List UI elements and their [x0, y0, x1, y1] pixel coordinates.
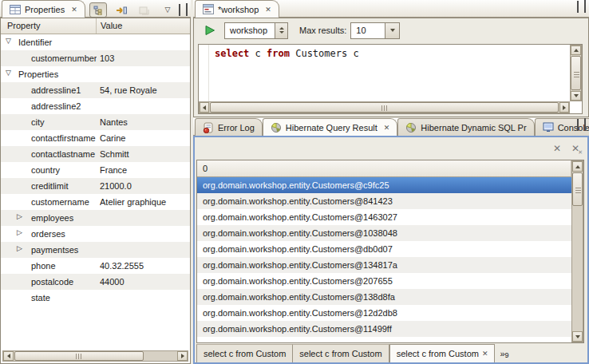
scrollbar-thumb[interactable] [571, 56, 581, 90]
result-row[interactable]: org.domain.workshop.entity.Customers@841… [197, 193, 571, 209]
query-result-tab[interactable]: select c from Custom✕ [389, 344, 496, 362]
property-row[interactable]: addressline2 [1, 98, 190, 114]
property-row[interactable]: contactlastnameSchmitt [1, 146, 190, 162]
properties-toolbar: ▽ [89, 2, 188, 18]
scroll-right-button[interactable] [177, 351, 188, 361]
sql-text-area[interactable]: select c from Customers c [198, 44, 583, 114]
maximize-button[interactable] [584, 2, 586, 12]
property-row[interactable]: creditlimit21000.0 [1, 178, 190, 194]
scroll-down-button[interactable] [572, 331, 583, 342]
tab-hibernate-query-result[interactable]: Hibernate Query Result✕ [263, 118, 398, 136]
scroll-up-button[interactable] [571, 46, 581, 55]
property-value: Atelier graphique [100, 197, 188, 207]
connection-combo[interactable]: workshop [224, 22, 288, 39]
maximize-button[interactable] [186, 6, 188, 15]
horizontal-scrollbar[interactable] [2, 350, 188, 362]
property-row[interactable]: customernumber103 [1, 50, 190, 66]
query-result-tab[interactable]: select c from Custom [293, 344, 389, 362]
collapse-toggle-icon[interactable]: ▽ [6, 69, 11, 77]
property-name: creditlimit [31, 181, 68, 191]
property-row[interactable]: customernameAtelier graphique [1, 194, 190, 210]
expand-toggle-icon[interactable]: ▷ [17, 244, 22, 253]
scrollbar-thumb[interactable] [14, 351, 144, 361]
result-row[interactable]: org.domain.workshop.entity.Customers@146… [197, 209, 571, 225]
result-row[interactable]: org.domain.workshop.entity.Customers@207… [197, 273, 571, 289]
result-column-header[interactable]: 0 [197, 160, 571, 177]
spinner-arrows-icon[interactable] [275, 23, 287, 38]
expand-toggle-icon[interactable]: ▷ [17, 212, 22, 221]
scroll-left-button[interactable] [200, 102, 209, 113]
property-row[interactable]: addressline154, rue Royale [1, 82, 190, 98]
connection-value: workshop [225, 23, 275, 38]
property-row[interactable]: ▷paymentses [1, 242, 190, 258]
property-row[interactable]: postalcode44000 [1, 274, 190, 290]
close-view-icon[interactable]: ✕ [384, 124, 390, 132]
property-value: 54, rue Royale [100, 85, 188, 95]
collapse-toggle-icon[interactable]: ▽ [6, 37, 11, 46]
property-name-cell: contactfirstname [1, 130, 97, 146]
view-menu-icon[interactable]: ▽ [162, 2, 173, 18]
show-advanced-properties-button[interactable] [113, 2, 130, 18]
column-header-value[interactable]: Value [97, 18, 190, 34]
error-log-icon [203, 122, 214, 133]
tab-error-log[interactable]: Error Log [195, 118, 263, 136]
result-row[interactable]: org.domain.workshop.entity.Customers@138… [197, 289, 571, 305]
close-all-results-button[interactable]: ✕✕ [571, 144, 579, 153]
max-results-label: Max results: [299, 26, 346, 35]
property-row[interactable]: phone40.32.2555 [1, 258, 190, 274]
close-view-icon[interactable]: ✕ [71, 6, 77, 14]
tab-hibernate-dynamic-sql-pr[interactable]: Hibernate Dynamic SQL Pr [397, 118, 534, 136]
scroll-right-button[interactable] [559, 102, 569, 113]
property-name-cell: addressline2 [1, 98, 97, 114]
scrollbar-thumb[interactable] [210, 102, 559, 113]
property-name: orderses [31, 229, 65, 239]
result-row[interactable]: org.domain.workshop.entity.Customers@db0… [197, 241, 571, 257]
minimize-button[interactable] [179, 6, 180, 15]
property-name-cell: city [1, 114, 97, 130]
tab-label: Properties [25, 5, 65, 14]
property-name: country [31, 165, 60, 175]
tab-workshop-editor[interactable]: *workshop ✕ [195, 0, 279, 18]
vertical-scrollbar[interactable] [571, 160, 583, 342]
horizontal-scrollbar[interactable] [199, 101, 570, 113]
close-result-button[interactable]: ✕ [553, 144, 561, 153]
minimize-button[interactable] [577, 2, 579, 12]
property-row[interactable]: ▷orderses [1, 226, 190, 242]
tree-mode-button[interactable] [89, 2, 107, 18]
maximize-button[interactable] [584, 121, 586, 130]
tab-label: select c from Custom [204, 349, 286, 358]
property-row[interactable]: ▽Identifier [1, 34, 190, 50]
scroll-up-button[interactable] [572, 161, 583, 172]
result-row[interactable]: org.domain.workshop.entity.Customers@c9f… [197, 177, 571, 193]
scroll-left-button[interactable] [3, 351, 14, 361]
property-row[interactable]: countryFrance [1, 162, 190, 178]
result-row[interactable]: org.domain.workshop.entity.Customers@134… [197, 257, 571, 273]
tab-overflow-chevron[interactable]: »9 [495, 344, 513, 362]
vertical-scrollbar[interactable] [570, 45, 582, 101]
property-row[interactable]: contactfirstnameCarine [1, 130, 190, 146]
dropdown-arrow-icon[interactable] [385, 23, 399, 38]
close-tab-icon[interactable]: ✕ [482, 350, 488, 358]
property-row[interactable]: state [1, 290, 190, 306]
run-query-button[interactable] [204, 25, 216, 36]
tab-properties[interactable]: Properties ✕ [2, 0, 85, 18]
property-value: Carine [100, 133, 188, 143]
property-row[interactable]: ▽Properties [1, 66, 190, 82]
column-header-property[interactable]: Property [1, 18, 97, 34]
property-row[interactable]: cityNantes [1, 114, 190, 130]
property-name: contactfirstname [31, 133, 96, 143]
expand-toggle-icon[interactable]: ▷ [17, 228, 22, 237]
result-row[interactable]: org.domain.workshop.entity.Customers@103… [197, 225, 571, 241]
properties-view: Properties ✕ ▽ Property [0, 0, 191, 364]
query-result-tab[interactable]: select c from Custom [196, 344, 293, 362]
minimize-button[interactable] [577, 121, 579, 130]
close-editor-icon[interactable]: ✕ [265, 6, 271, 14]
result-row[interactable]: org.domain.workshop.entity.Customers@12d… [197, 305, 571, 321]
tab-label: Hibernate Dynamic SQL Pr [421, 123, 526, 133]
property-row[interactable]: ▷employees [1, 210, 190, 226]
scrollbar-thumb[interactable] [572, 172, 583, 206]
max-results-combo[interactable]: 10 [350, 22, 400, 39]
scroll-down-button[interactable] [571, 91, 581, 101]
result-row[interactable]: org.domain.workshop.entity.Customers@114… [197, 321, 571, 337]
sql-query-text[interactable]: select c from Customers c [215, 48, 566, 59]
